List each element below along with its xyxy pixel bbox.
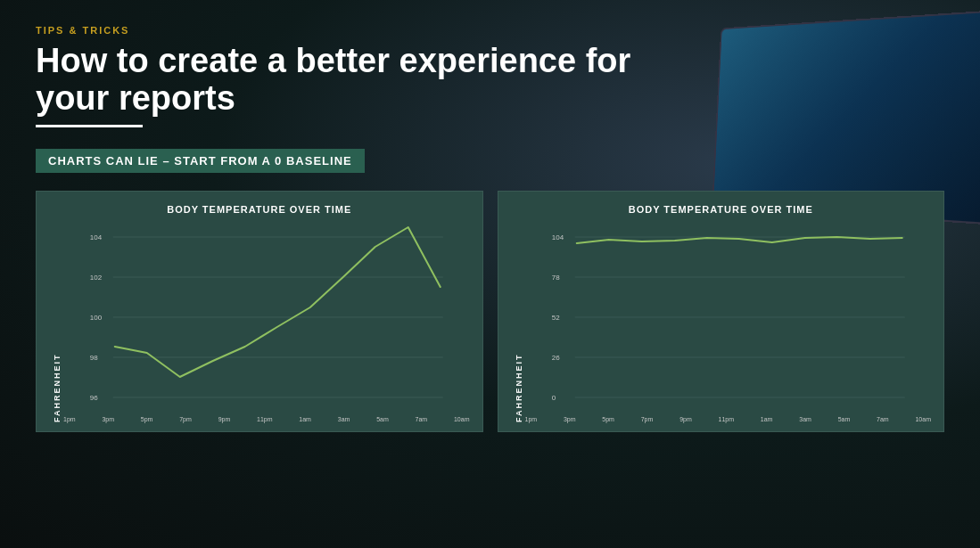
- x-label: 5am: [838, 416, 851, 422]
- chart2-inner: FAHRENHEIT 104 78 52 26: [511, 224, 932, 422]
- chart1-title: BODY TEMPERATURE OVER TIME: [49, 204, 470, 215]
- x-label: 7am: [416, 416, 428, 422]
- chart1-container: BODY TEMPERATURE OVER TIME FAHRENHEIT 10…: [36, 191, 483, 432]
- x-label: 11pm: [719, 416, 735, 422]
- x-label: 1am: [299, 416, 311, 422]
- y-tick-52: 52: [551, 314, 559, 322]
- x-label: 5pm: [602, 416, 614, 422]
- x-label: 1am: [761, 416, 773, 422]
- y-tick-104: 104: [90, 233, 103, 241]
- chart2-svg: 104 78 52 26 0: [525, 224, 932, 411]
- y-tick-98: 98: [90, 354, 98, 362]
- x-label: 3am: [338, 416, 350, 422]
- chart2-y-label: FAHRENHEIT: [511, 224, 523, 422]
- x-label: 3pm: [102, 416, 114, 422]
- charts-row: BODY TEMPERATURE OVER TIME FAHRENHEIT 10…: [36, 191, 944, 432]
- y-tick-0: 0: [551, 394, 556, 402]
- y-tick-102: 102: [90, 274, 103, 282]
- y-tick-26: 26: [551, 354, 559, 362]
- chart2-line: [576, 237, 902, 243]
- x-label: 3pm: [564, 416, 576, 422]
- chart1-inner: FAHRENHEIT 104 102 100 9: [49, 224, 470, 422]
- x-label: 5am: [376, 416, 389, 422]
- x-label: 3am: [799, 416, 811, 422]
- x-label: 9pm: [679, 416, 692, 422]
- chart2-x-labels: 1pm 3pm 5pm 7pm 9pm 11pm 1am 3am 5am 7am…: [525, 414, 932, 422]
- chart1-x-labels: 1pm 3pm 5pm 7pm 9pm 11pm 1am 3am 5am 7am…: [63, 414, 470, 422]
- chart1-area: 104 102 100 98 96: [63, 224, 470, 422]
- x-label: 1pm: [63, 416, 76, 422]
- main-title: How to create a better experience for yo…: [36, 43, 660, 118]
- x-label: 7pm: [179, 416, 192, 422]
- chart1-line: [115, 227, 441, 377]
- chart2-title: BODY TEMPERATURE OVER TIME: [511, 204, 932, 215]
- chart1-svg: 104 102 100 98 96: [63, 224, 470, 411]
- x-label: 7am: [877, 416, 889, 422]
- y-tick-78: 78: [551, 274, 559, 282]
- x-label: 1pm: [525, 416, 538, 422]
- x-label: 9pm: [218, 416, 231, 422]
- x-label: 5pm: [141, 416, 153, 422]
- chart2-area: 104 78 52 26 0 1pm: [525, 224, 932, 422]
- chart1-y-label: FAHRENHEIT: [49, 224, 62, 422]
- x-label: 11pm: [257, 416, 273, 422]
- title-underline: [36, 125, 143, 127]
- chart2-container: BODY TEMPERATURE OVER TIME FAHRENHEIT 10…: [498, 191, 945, 432]
- x-label: 7pm: [641, 416, 654, 422]
- x-label: 10am: [915, 416, 931, 422]
- category-label: TIPS & TRICKS: [36, 25, 944, 36]
- section-banner: CHARTS CAN LIE – START FROM A 0 BASELINE: [36, 149, 365, 173]
- main-content: TIPS & TRICKS How to create a better exp…: [0, 0, 980, 457]
- y-tick-104: 104: [551, 233, 564, 241]
- y-tick-96: 96: [90, 394, 98, 402]
- y-tick-100: 100: [90, 314, 103, 322]
- x-label: 10am: [454, 416, 470, 422]
